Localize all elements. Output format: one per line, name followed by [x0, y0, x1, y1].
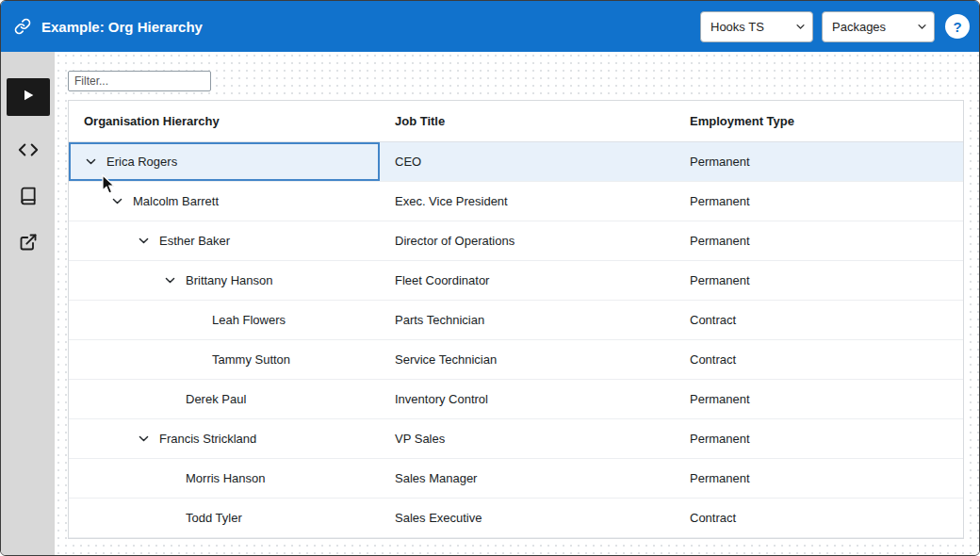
- job-title-cell: Inventory Control: [380, 380, 675, 418]
- play-icon: [21, 88, 36, 106]
- table-row[interactable]: Francis Strickland VP Sales Permanent: [69, 419, 963, 459]
- open-external-button[interactable]: [17, 233, 40, 255]
- org-hierarchy-cell[interactable]: Francis Strickland: [69, 419, 380, 458]
- table-row[interactable]: Brittany Hanson Fleet Coordinator Perman…: [69, 261, 963, 301]
- example-header: Example: Org Hierarchy Hooks TS Packages…: [1, 1, 979, 52]
- run-example-button[interactable]: [7, 78, 50, 116]
- job-title-cell: Sales Executive: [380, 499, 675, 537]
- packages-select-wrap: Packages: [822, 11, 935, 42]
- grid-rows: Erica Rogers CEO Permanent Malcolm Barre…: [69, 142, 963, 538]
- employment-type-cell: Contract: [675, 499, 963, 537]
- external-link-icon: [19, 233, 38, 255]
- job-title-cell: Exec. Vice President: [380, 182, 675, 221]
- org-hierarchy-grid: Organisation Hierarchy Job Title Employm…: [68, 100, 964, 539]
- employment-type-cell: Contract: [675, 301, 963, 339]
- org-name: Francis Strickland: [159, 432, 256, 446]
- filter-input[interactable]: [68, 71, 211, 91]
- employment-type-cell: Permanent: [675, 459, 963, 498]
- employment-type-cell: Contract: [675, 340, 963, 379]
- page-title: Example: Org Hierarchy: [41, 19, 203, 35]
- org-hierarchy-cell[interactable]: Tammy Sutton: [69, 340, 380, 379]
- org-name: Malcolm Barrett: [133, 194, 219, 208]
- grid-header-row: Organisation Hierarchy Job Title Employm…: [69, 101, 963, 142]
- org-name: Derek Paul: [186, 392, 246, 406]
- employment-type-cell: Permanent: [675, 221, 963, 260]
- table-row[interactable]: Tammy Sutton Service Technician Contract: [69, 340, 963, 380]
- table-row[interactable]: Malcolm Barrett Exec. Vice President Per…: [69, 182, 963, 221]
- employment-type-cell: Permanent: [675, 261, 963, 300]
- org-hierarchy-cell[interactable]: Morris Hanson: [69, 459, 380, 498]
- view-code-button[interactable]: [17, 140, 40, 163]
- org-hierarchy-cell[interactable]: Esther Baker: [69, 221, 380, 260]
- job-title-cell: Sales Manager: [380, 459, 675, 498]
- chevron-down-icon[interactable]: [84, 155, 97, 168]
- chevron-down-icon[interactable]: [137, 235, 150, 247]
- chevron-down-icon[interactable]: [163, 274, 176, 286]
- org-name: Leah Flowers: [212, 313, 286, 327]
- framework-select-wrap: Hooks TS: [700, 11, 813, 42]
- employment-type-cell: Permanent: [675, 142, 963, 181]
- table-row[interactable]: Derek Paul Inventory Control Permanent: [69, 380, 963, 419]
- chevron-down-icon[interactable]: [137, 433, 150, 445]
- job-title-cell: Fleet Coordinator: [380, 261, 675, 300]
- org-name: Morris Hanson: [186, 471, 266, 485]
- sidebar: [1, 52, 55, 555]
- org-hierarchy-cell[interactable]: Leah Flowers: [69, 301, 380, 339]
- org-name: Erica Rogers: [106, 155, 177, 169]
- org-hierarchy-cell[interactable]: Erica Rogers: [69, 142, 380, 181]
- table-row[interactable]: Erica Rogers CEO Permanent: [69, 142, 963, 182]
- org-hierarchy-cell[interactable]: Todd Tyler: [69, 499, 380, 537]
- docs-button[interactable]: [17, 187, 40, 209]
- org-name: Todd Tyler: [186, 511, 242, 525]
- employment-type-cell: Permanent: [675, 380, 963, 418]
- table-row[interactable]: Leah Flowers Parts Technician Contract: [69, 301, 963, 340]
- job-title-cell: Parts Technician: [380, 301, 675, 339]
- table-row[interactable]: Morris Hanson Sales Manager Permanent: [69, 459, 963, 499]
- framework-select[interactable]: Hooks TS: [700, 11, 813, 42]
- org-name: Brittany Hanson: [186, 273, 273, 287]
- job-title-cell: Service Technician: [380, 340, 675, 379]
- help-button[interactable]: ?: [945, 14, 970, 39]
- link-icon[interactable]: [14, 18, 31, 35]
- table-row[interactable]: Todd Tyler Sales Executive Contract: [69, 499, 963, 538]
- org-hierarchy-cell[interactable]: Malcolm Barrett: [69, 182, 380, 221]
- org-hierarchy-cell[interactable]: Derek Paul: [69, 380, 380, 418]
- employment-type-cell: Permanent: [675, 419, 963, 458]
- column-header-employment-type[interactable]: Employment Type: [675, 101, 963, 141]
- employment-type-cell: Permanent: [675, 182, 963, 221]
- org-hierarchy-cell[interactable]: Brittany Hanson: [69, 261, 380, 300]
- column-header-job-title[interactable]: Job Title: [380, 101, 675, 141]
- content-area: Organisation Hierarchy Job Title Employm…: [1, 52, 979, 555]
- chevron-down-icon[interactable]: [110, 195, 123, 207]
- book-icon: [19, 187, 38, 209]
- example-runner-window: Example: Org Hierarchy Hooks TS Packages…: [0, 0, 980, 556]
- packages-select[interactable]: Packages: [822, 11, 935, 42]
- job-title-cell: Director of Operations: [380, 221, 675, 260]
- column-header-organisation-hierarchy[interactable]: Organisation Hierarchy: [69, 101, 380, 141]
- job-title-cell: VP Sales: [380, 419, 675, 458]
- code-icon: [18, 139, 39, 164]
- table-row[interactable]: Esther Baker Director of Operations Perm…: [69, 221, 963, 261]
- org-name: Tammy Sutton: [212, 352, 290, 367]
- job-title-cell: CEO: [380, 142, 675, 181]
- example-main: Organisation Hierarchy Job Title Employm…: [55, 52, 980, 555]
- org-name: Esther Baker: [159, 234, 230, 248]
